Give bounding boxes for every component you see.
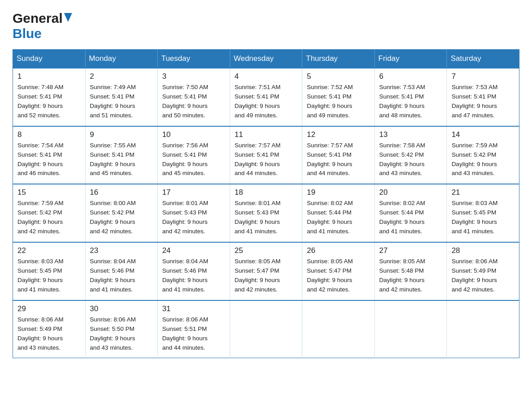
day-info: Sunrise: 7:48 AMSunset: 5:41 PMDaylight:… xyxy=(17,83,81,120)
week-row-3: 15 Sunrise: 7:59 AMSunset: 5:42 PMDaylig… xyxy=(13,184,519,242)
day-number: 8 xyxy=(17,130,81,139)
page-header: General Blue xyxy=(13,11,519,41)
day-info: Sunrise: 7:54 AMSunset: 5:41 PMDaylight:… xyxy=(17,141,81,179)
day-cell: 24 Sunrise: 8:04 AMSunset: 5:46 PMDaylig… xyxy=(158,242,230,300)
day-info: Sunrise: 7:50 AMSunset: 5:41 PMDaylight:… xyxy=(162,83,225,120)
day-info: Sunrise: 8:06 AMSunset: 5:50 PMDaylight:… xyxy=(90,315,153,353)
day-number: 22 xyxy=(17,246,81,255)
day-number: 2 xyxy=(90,72,153,81)
day-number: 14 xyxy=(451,130,515,139)
day-number: 27 xyxy=(379,246,442,255)
day-cell: 28 Sunrise: 8:06 AMSunset: 5:49 PMDaylig… xyxy=(447,242,519,300)
weekday-header-wednesday: Wednesday xyxy=(230,50,302,68)
day-cell: 31 Sunrise: 8:06 AMSunset: 5:51 PMDaylig… xyxy=(158,300,230,358)
day-number: 13 xyxy=(379,130,442,139)
day-cell: 16 Sunrise: 8:00 AMSunset: 5:42 PMDaylig… xyxy=(85,184,158,242)
day-number: 4 xyxy=(235,72,298,81)
day-number: 11 xyxy=(235,130,298,139)
day-number: 9 xyxy=(90,130,153,139)
day-cell: 3 Sunrise: 7:50 AMSunset: 5:41 PMDayligh… xyxy=(158,68,230,126)
week-row-1: 1 Sunrise: 7:48 AMSunset: 5:41 PMDayligh… xyxy=(13,68,519,126)
day-cell: 25 Sunrise: 8:05 AMSunset: 5:47 PMDaylig… xyxy=(230,242,302,300)
day-number: 26 xyxy=(307,246,370,255)
day-info: Sunrise: 8:04 AMSunset: 5:46 PMDaylight:… xyxy=(162,257,225,295)
day-cell xyxy=(447,300,519,358)
day-info: Sunrise: 8:04 AMSunset: 5:46 PMDaylight:… xyxy=(90,257,153,295)
day-cell: 17 Sunrise: 8:01 AMSunset: 5:43 PMDaylig… xyxy=(158,184,230,242)
day-number: 7 xyxy=(451,72,515,81)
weekday-header-thursday: Thursday xyxy=(302,50,375,68)
day-info: Sunrise: 8:05 AMSunset: 5:48 PMDaylight:… xyxy=(379,257,442,295)
weekday-header-saturday: Saturday xyxy=(447,50,519,68)
day-number: 10 xyxy=(162,130,225,139)
calendar-header: SundayMondayTuesdayWednesdayThursdayFrid… xyxy=(13,50,519,68)
weekday-header-friday: Friday xyxy=(374,50,447,68)
day-cell: 8 Sunrise: 7:54 AMSunset: 5:41 PMDayligh… xyxy=(13,126,86,184)
day-info: Sunrise: 7:53 AMSunset: 5:41 PMDaylight:… xyxy=(451,83,515,120)
day-number: 29 xyxy=(17,304,81,313)
day-number: 3 xyxy=(162,72,225,81)
day-info: Sunrise: 8:05 AMSunset: 5:47 PMDaylight:… xyxy=(235,257,298,295)
svg-marker-0 xyxy=(64,13,72,22)
day-cell: 4 Sunrise: 7:51 AMSunset: 5:41 PMDayligh… xyxy=(230,68,302,126)
day-info: Sunrise: 7:53 AMSunset: 5:41 PMDaylight:… xyxy=(379,83,442,120)
day-number: 15 xyxy=(17,188,81,197)
weekday-row: SundayMondayTuesdayWednesdayThursdayFrid… xyxy=(13,50,519,68)
day-info: Sunrise: 8:03 AMSunset: 5:45 PMDaylight:… xyxy=(17,257,81,295)
day-number: 1 xyxy=(17,72,81,81)
day-number: 19 xyxy=(307,188,370,197)
day-info: Sunrise: 7:51 AMSunset: 5:41 PMDaylight:… xyxy=(235,83,298,120)
weekday-header-monday: Monday xyxy=(85,50,158,68)
week-row-5: 29 Sunrise: 8:06 AMSunset: 5:49 PMDaylig… xyxy=(13,300,519,358)
day-cell: 30 Sunrise: 8:06 AMSunset: 5:50 PMDaylig… xyxy=(85,300,158,358)
day-number: 31 xyxy=(162,304,225,313)
day-cell xyxy=(230,300,302,358)
day-cell: 23 Sunrise: 8:04 AMSunset: 5:46 PMDaylig… xyxy=(85,242,158,300)
day-cell: 18 Sunrise: 8:01 AMSunset: 5:43 PMDaylig… xyxy=(230,184,302,242)
weekday-header-sunday: Sunday xyxy=(13,50,86,68)
day-info: Sunrise: 8:00 AMSunset: 5:42 PMDaylight:… xyxy=(90,199,153,236)
day-cell: 14 Sunrise: 7:59 AMSunset: 5:42 PMDaylig… xyxy=(447,126,519,184)
day-info: Sunrise: 7:55 AMSunset: 5:41 PMDaylight:… xyxy=(90,141,153,179)
day-info: Sunrise: 7:49 AMSunset: 5:41 PMDaylight:… xyxy=(90,83,153,120)
day-cell: 5 Sunrise: 7:52 AMSunset: 5:41 PMDayligh… xyxy=(302,68,375,126)
logo: General Blue xyxy=(13,11,72,41)
day-number: 16 xyxy=(90,188,153,197)
day-number: 23 xyxy=(90,246,153,255)
week-row-2: 8 Sunrise: 7:54 AMSunset: 5:41 PMDayligh… xyxy=(13,126,519,184)
day-info: Sunrise: 8:01 AMSunset: 5:43 PMDaylight:… xyxy=(162,199,225,236)
day-cell: 27 Sunrise: 8:05 AMSunset: 5:48 PMDaylig… xyxy=(374,242,447,300)
day-cell: 2 Sunrise: 7:49 AMSunset: 5:41 PMDayligh… xyxy=(85,68,158,126)
day-cell xyxy=(374,300,447,358)
day-cell: 20 Sunrise: 8:02 AMSunset: 5:44 PMDaylig… xyxy=(374,184,447,242)
day-cell: 22 Sunrise: 8:03 AMSunset: 5:45 PMDaylig… xyxy=(13,242,86,300)
week-row-4: 22 Sunrise: 8:03 AMSunset: 5:45 PMDaylig… xyxy=(13,242,519,300)
day-info: Sunrise: 8:02 AMSunset: 5:44 PMDaylight:… xyxy=(307,199,370,236)
day-info: Sunrise: 7:59 AMSunset: 5:42 PMDaylight:… xyxy=(17,199,81,236)
weekday-header-tuesday: Tuesday xyxy=(158,50,230,68)
day-info: Sunrise: 8:06 AMSunset: 5:51 PMDaylight:… xyxy=(162,315,225,353)
day-number: 28 xyxy=(451,246,515,255)
day-number: 30 xyxy=(90,304,153,313)
day-number: 12 xyxy=(307,130,370,139)
day-number: 5 xyxy=(307,72,370,81)
day-cell: 11 Sunrise: 7:57 AMSunset: 5:41 PMDaylig… xyxy=(230,126,302,184)
day-cell: 15 Sunrise: 7:59 AMSunset: 5:42 PMDaylig… xyxy=(13,184,86,242)
day-info: Sunrise: 7:57 AMSunset: 5:41 PMDaylight:… xyxy=(235,141,298,179)
calendar-table: SundayMondayTuesdayWednesdayThursdayFrid… xyxy=(13,49,519,358)
calendar-body: 1 Sunrise: 7:48 AMSunset: 5:41 PMDayligh… xyxy=(13,68,519,358)
day-info: Sunrise: 7:52 AMSunset: 5:41 PMDaylight:… xyxy=(307,83,370,120)
day-number: 24 xyxy=(162,246,225,255)
day-cell: 7 Sunrise: 7:53 AMSunset: 5:41 PMDayligh… xyxy=(447,68,519,126)
day-number: 6 xyxy=(379,72,442,81)
day-cell: 19 Sunrise: 8:02 AMSunset: 5:44 PMDaylig… xyxy=(302,184,375,242)
day-number: 18 xyxy=(235,188,298,197)
day-cell: 26 Sunrise: 8:05 AMSunset: 5:47 PMDaylig… xyxy=(302,242,375,300)
day-info: Sunrise: 8:01 AMSunset: 5:43 PMDaylight:… xyxy=(235,199,298,236)
day-info: Sunrise: 8:06 AMSunset: 5:49 PMDaylight:… xyxy=(451,257,515,295)
logo-blue-text: Blue xyxy=(13,26,42,41)
day-info: Sunrise: 8:05 AMSunset: 5:47 PMDaylight:… xyxy=(307,257,370,295)
day-info: Sunrise: 8:03 AMSunset: 5:45 PMDaylight:… xyxy=(451,199,515,236)
day-info: Sunrise: 7:56 AMSunset: 5:41 PMDaylight:… xyxy=(162,141,225,179)
day-number: 20 xyxy=(379,188,442,197)
